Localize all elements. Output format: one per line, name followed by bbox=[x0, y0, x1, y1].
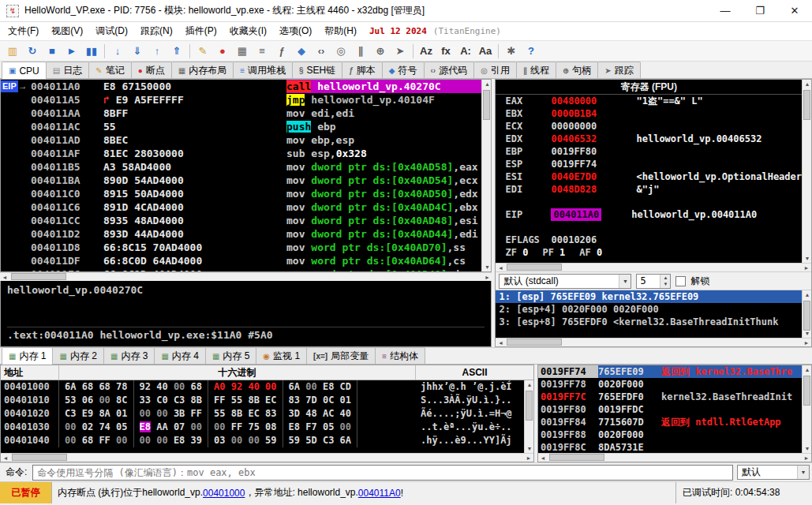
stack-row[interactable]: 0019FF800019FFDC bbox=[538, 403, 802, 416]
registers-vertical-scrollbar[interactable]: ▲▼ bbox=[802, 80, 811, 263]
register-value[interactable]: 0048D828 bbox=[551, 183, 620, 196]
disasm-row[interactable]: 004011AD8BECmov ebp,esp bbox=[1, 133, 481, 147]
command-input[interactable] bbox=[32, 465, 733, 481]
stack-vertical-scrollbar[interactable]: ▲▼ bbox=[802, 365, 811, 453]
disasm-row[interactable]: 004011D2893D 44AD4000mov dword ptr ds:[0… bbox=[1, 227, 481, 241]
scrollbar-track[interactable] bbox=[803, 88, 811, 254]
scroll-up-icon[interactable]: ▲ bbox=[482, 80, 492, 88]
status-link-address[interactable]: 00401000 bbox=[203, 488, 245, 499]
scroll-left-icon[interactable]: ◄ bbox=[496, 339, 505, 346]
toolbar-references-button[interactable]: ◎ bbox=[331, 43, 350, 60]
dump-row[interactable]: 0040104000 68 FF 0000 00 E8 3903 00 00 5… bbox=[1, 434, 524, 447]
toolbar-open-button[interactable]: ▥ bbox=[3, 43, 22, 60]
stack-horizontal-scrollbar[interactable]: ◄► bbox=[538, 453, 811, 462]
register-row[interactable]: ESP0019FF74 bbox=[496, 158, 802, 170]
register-row[interactable]: EIP004011A0helloworld_vp.004011A0 bbox=[496, 208, 802, 221]
toolbar-run-button[interactable]: ► bbox=[62, 43, 81, 60]
register-value[interactable]: 0019FF74 bbox=[551, 158, 620, 170]
register-row[interactable]: EDI0048D828&"j" bbox=[496, 183, 802, 196]
scrollbar-thumb[interactable] bbox=[803, 90, 810, 120]
scroll-up-icon[interactable]: ▲ bbox=[803, 80, 811, 88]
flag-value[interactable]: 0 bbox=[522, 246, 528, 259]
dropdown-arrow-icon[interactable]: ▼ bbox=[797, 466, 809, 479]
disasm-row[interactable]: 004011AA8BFFmov edi,edi bbox=[1, 107, 481, 120]
scroll-right-icon[interactable]: ► bbox=[524, 454, 533, 462]
scrollbar-track[interactable] bbox=[505, 264, 802, 271]
stack-row[interactable]: 0019FF8C8DA5731E bbox=[538, 441, 802, 453]
dropdown-arrow-icon[interactable]: ▼ bbox=[619, 275, 631, 288]
toolbar-breakpoints-button[interactable]: ● bbox=[213, 43, 232, 60]
toolbar-script-button[interactable]: ƒ bbox=[272, 43, 291, 60]
menu-item-帮助(H)[interactable]: 帮助(H) bbox=[318, 22, 363, 40]
flag-value[interactable]: 0 bbox=[597, 246, 602, 259]
dump-row[interactable]: 004010006A 68 68 7892 40 00 68A0 92 40 0… bbox=[1, 380, 524, 394]
register-value[interactable]: 0040E7D0 bbox=[551, 170, 620, 183]
register-value[interactable]: 0019FF80 bbox=[551, 145, 620, 158]
dump-row[interactable]: 00401020C3 E9 8A 0100 00 3B FF55 8B EC 8… bbox=[1, 407, 524, 421]
dump-tab-局部变量[interactable]: [x=]局部变量 bbox=[306, 347, 376, 364]
dump-tab-结构体[interactable]: ≡结构体 bbox=[375, 347, 425, 364]
scrollbar-track[interactable] bbox=[505, 339, 802, 346]
disasm-row[interactable]: 004011AC55push ebp bbox=[1, 120, 481, 133]
register-row[interactable]: EBX0000B1B4 bbox=[496, 107, 802, 120]
toolbar-handles-button[interactable]: ⊕ bbox=[371, 43, 390, 60]
flag-value[interactable]: 1 bbox=[559, 246, 565, 259]
toolbar-restart-button[interactable]: ↻ bbox=[23, 43, 42, 60]
menu-item-跟踪(N)[interactable]: 跟踪(N) bbox=[134, 22, 179, 40]
tab-源代码[interactable]: ‹›源代码 bbox=[424, 62, 475, 78]
toolbar-run-to-return-button[interactable]: ⇑ bbox=[167, 43, 186, 60]
scrollbar-track[interactable] bbox=[803, 374, 811, 444]
scroll-down-icon[interactable]: ▼ bbox=[803, 444, 811, 453]
scroll-down-icon[interactable]: ▼ bbox=[482, 263, 492, 271]
toolbar-call-stack-button[interactable]: ≡ bbox=[253, 43, 271, 60]
scroll-down-icon[interactable]: ▼ bbox=[525, 444, 533, 453]
toolbar-aa-case-button[interactable]: Aa bbox=[476, 43, 495, 60]
toolbar-sort-az-button[interactable]: Az bbox=[417, 43, 436, 60]
scrollbar-track[interactable] bbox=[803, 299, 811, 329]
argument-count-stepper[interactable]: 5 ▲ ▼ bbox=[636, 274, 671, 289]
tab-内存布局[interactable]: ▦内存布局 bbox=[171, 62, 234, 78]
stack-argument-row[interactable]: 3: [esp+8] 765EFDF0 <kernel32.BaseThread… bbox=[496, 316, 802, 328]
tab-CPU[interactable]: ▣CPU bbox=[2, 62, 47, 79]
stack-args-vertical-scrollbar[interactable]: ▲▼ bbox=[802, 290, 811, 338]
maximize-button[interactable]: ❐ bbox=[743, 0, 777, 21]
toolbar-symbols-button[interactable]: ◆ bbox=[292, 43, 311, 60]
stack-row[interactable]: 0019FF7C765EFDF0kernel32.BaseThreadInit bbox=[538, 391, 802, 403]
stack-argument-row[interactable]: 2: [esp+4] 0020F000 0020F000 bbox=[496, 303, 802, 316]
disasm-row[interactable]: 004011D866:8C15 70AD4000mov word ptr ds:… bbox=[1, 241, 481, 254]
register-row[interactable]: EDX00406532helloworld_vp.00406532 bbox=[496, 133, 802, 145]
disasm-row[interactable]: 004011B5A3 58AD4000mov dword ptr ds:[0x4… bbox=[1, 160, 481, 174]
scroll-up-icon[interactable]: ▲ bbox=[803, 290, 811, 299]
tab-日志[interactable]: ▤日志 bbox=[46, 62, 89, 78]
scroll-up-icon[interactable]: ▲ bbox=[525, 380, 533, 389]
scrollbar-track[interactable] bbox=[482, 88, 491, 263]
menu-item-调试(D)[interactable]: 调试(D) bbox=[89, 22, 134, 40]
dump-tab-内存 3[interactable]: ▦内存 3 bbox=[103, 347, 155, 364]
dump-tab-监视 1[interactable]: ◉监视 1 bbox=[256, 347, 307, 364]
menu-item-文件(F)[interactable]: 文件(F) bbox=[2, 22, 45, 40]
scrollbar-thumb[interactable] bbox=[803, 301, 810, 331]
toolbar-step-over-button[interactable]: ⇓ bbox=[128, 43, 147, 60]
scrollbar-thumb[interactable] bbox=[483, 90, 490, 120]
disasm-row[interactable]: EIP→004011A0E8 67150000call helloworld_v… bbox=[1, 80, 481, 93]
register-row[interactable]: ECX00000000 bbox=[496, 120, 802, 133]
status-link-address[interactable]: 004011A0 bbox=[358, 488, 401, 499]
register-row[interactable]: ESI0040E7D0<helloworld_vp.OptionalHeader bbox=[496, 170, 802, 183]
register-row[interactable]: EBP0019FF80 bbox=[496, 145, 802, 158]
spin-down-icon[interactable]: ▼ bbox=[660, 281, 670, 288]
scrollbar-thumb[interactable] bbox=[11, 273, 66, 280]
dump-row[interactable]: 0040103000 02 74 05E8 AA 07 0000 FF 75 0… bbox=[1, 421, 524, 434]
menu-item-收藏夹(I)[interactable]: 收藏夹(I) bbox=[223, 22, 273, 40]
register-value[interactable]: 0000B1B4 bbox=[551, 107, 620, 120]
dump-tab-内存 2[interactable]: ▦内存 2 bbox=[52, 347, 103, 364]
register-row[interactable] bbox=[496, 196, 802, 208]
tab-SEH链[interactable]: §SEH链 bbox=[292, 62, 342, 78]
disasm-row[interactable]: 004011E666:8C1D 40AD4000mov word ptr ds:… bbox=[1, 267, 481, 271]
scrollbar-track[interactable] bbox=[548, 454, 802, 462]
scroll-left-icon[interactable]: ◄ bbox=[1, 454, 10, 462]
register-row[interactable] bbox=[496, 221, 802, 234]
dump-horizontal-scrollbar[interactable]: ◄► bbox=[1, 453, 533, 462]
register-value[interactable]: 00406532 bbox=[551, 133, 620, 145]
disasm-row[interactable]: 004011C6891D 4CAD4000mov dword ptr ds:[0… bbox=[1, 200, 481, 214]
scrollbar-track[interactable] bbox=[9, 273, 482, 281]
